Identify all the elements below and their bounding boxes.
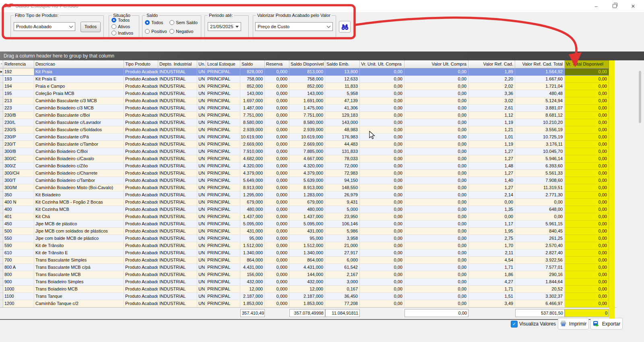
cell[interactable]: 7.885,000 xyxy=(289,148,325,155)
cell[interactable]: 400 N xyxy=(3,199,34,206)
cell[interactable]: Produto Acabado xyxy=(124,220,158,228)
cell[interactable]: Caminhão Boiadeiro c/Cavalo xyxy=(34,155,124,163)
cell[interactable]: UN xyxy=(197,271,206,278)
cell[interactable]: Caminhão Basculante c/Soldados xyxy=(34,126,124,134)
cell[interactable]: UN xyxy=(197,76,206,83)
cell[interactable]: 0,000 xyxy=(265,220,289,228)
table-row[interactable]: 300/MCaminhão Boiadeiro Misto (Boi-Caval… xyxy=(0,184,609,192)
cell[interactable]: Caminhão Boiadeiro c/Zôo xyxy=(34,163,124,170)
column-header-11[interactable]: Valor Ult. Compra xyxy=(405,60,469,68)
cell[interactable]: 1.564,92 xyxy=(515,68,565,76)
cell[interactable]: PRINCIPAL xyxy=(206,257,240,264)
cell[interactable]: PRINCIPAL xyxy=(206,228,240,235)
chevron-down-icon[interactable] xyxy=(68,23,74,30)
cell[interactable]: Coleção Praia MCB xyxy=(34,90,124,97)
cell[interactable]: UN xyxy=(197,213,206,220)
cell[interactable]: INDUSTRIAL xyxy=(158,119,197,126)
search-button[interactable] xyxy=(339,21,351,33)
cell[interactable]: Produto Acabado xyxy=(124,105,158,112)
chevron-down-icon[interactable] xyxy=(325,23,332,30)
cell[interactable]: Produto Acabado xyxy=(124,155,158,163)
cell[interactable]: 0,000 xyxy=(265,105,289,112)
cell[interactable]: 0,00 xyxy=(360,278,405,286)
column-header-13[interactable]: Valor Ref. Cad. Total xyxy=(515,60,565,68)
cell[interactable]: 800 A xyxy=(3,264,34,271)
cell[interactable]: 3,958 xyxy=(325,235,360,242)
cell[interactable]: 1,95 xyxy=(469,228,515,235)
cell[interactable]: 8.580,000 xyxy=(240,119,265,126)
table-row[interactable]: 195Coleção Praia MCBProduto AcabadoINDUS… xyxy=(0,90,609,97)
cell[interactable]: 0,00 xyxy=(405,192,469,199)
cell[interactable]: Produto Acabado xyxy=(124,300,158,307)
cell[interactable]: 0,00 xyxy=(565,90,609,97)
cell[interactable]: Produto Acabado xyxy=(124,170,158,177)
cell[interactable]: 2.669,000 xyxy=(240,141,265,148)
cell[interactable]: 0,00 xyxy=(360,112,405,119)
cell[interactable]: 72,000 xyxy=(325,163,360,170)
cell[interactable]: 3,000 xyxy=(325,278,360,286)
cell[interactable]: INDUSTRIAL xyxy=(158,228,197,235)
cell[interactable]: 0,00 xyxy=(405,278,469,286)
cell[interactable]: 0,00 xyxy=(565,68,609,76)
cell[interactable]: 0,00 xyxy=(565,228,609,235)
cell[interactable]: Caminhão Basculante c/Tambor xyxy=(34,141,124,148)
cell[interactable]: 1,51 xyxy=(469,293,515,300)
cell[interactable]: 758,000 xyxy=(240,76,265,83)
radio-situacao-inativos[interactable]: Inativos xyxy=(111,31,133,35)
cell[interactable]: Produto Acabado xyxy=(124,199,158,206)
cell[interactable]: 0,000 xyxy=(265,126,289,134)
cell[interactable]: 0,000 xyxy=(265,134,289,141)
cell[interactable]: 230/P xyxy=(3,134,34,141)
cell[interactable]: 0,00 xyxy=(565,213,609,220)
cell[interactable]: 4.320,000 xyxy=(240,163,265,170)
cell[interactable]: 300/T xyxy=(3,177,34,184)
cell[interactable]: 0,00 xyxy=(405,112,469,119)
cell[interactable]: Produto Acabado xyxy=(124,126,158,134)
cell[interactable]: 0,000 xyxy=(265,97,289,105)
cell[interactable]: 0,00 xyxy=(360,264,405,271)
cell[interactable]: 679,000 xyxy=(240,199,265,206)
cell[interactable]: PRINCIPAL xyxy=(206,68,240,76)
cell[interactable]: 5.961,15 xyxy=(515,220,565,228)
cell[interactable]: INDUSTRIAL xyxy=(158,126,197,134)
cell[interactable]: 480,000 xyxy=(240,206,265,213)
cell[interactable]: INDUSTRIAL xyxy=(158,257,197,264)
table-row[interactable]: 300/ZCaminhão Boiadeiro c/ZôoProduto Aca… xyxy=(0,163,609,170)
cell[interactable]: PRINCIPAL xyxy=(206,264,240,271)
cell[interactable]: 192 xyxy=(3,68,34,76)
cell[interactable]: PRINCIPAL xyxy=(206,278,240,286)
cell[interactable]: 0,00 xyxy=(360,249,405,257)
cell[interactable]: Produto Acabado xyxy=(124,163,158,170)
cell[interactable]: 0,00 xyxy=(360,105,405,112)
cell[interactable]: 0,00 xyxy=(565,148,609,155)
column-header-6[interactable]: Saldo xyxy=(240,60,265,68)
cell[interactable]: 213 xyxy=(3,97,34,105)
cell[interactable]: 1,86 xyxy=(469,271,515,278)
cell[interactable]: 23,950 xyxy=(325,213,360,220)
cell[interactable]: 290,16 xyxy=(515,271,565,278)
dropdown-arrow-icon[interactable] xyxy=(233,23,240,30)
cell[interactable]: 0,00 xyxy=(405,97,469,105)
cell[interactable]: 0,00 xyxy=(360,206,405,213)
cell[interactable]: 431,000 xyxy=(289,228,325,235)
cell[interactable]: 0,000 xyxy=(265,76,289,83)
cell[interactable]: 0,00 xyxy=(360,119,405,126)
cell[interactable]: INDUSTRIAL xyxy=(158,300,197,307)
cell[interactable]: 0,00 xyxy=(565,235,609,242)
cell[interactable]: 0,00 xyxy=(405,105,469,112)
cell[interactable]: INDUSTRIAL xyxy=(158,286,197,293)
cell[interactable]: UN xyxy=(197,300,206,307)
cell[interactable]: 0,000 xyxy=(265,235,289,242)
column-header-5[interactable]: Local Estoque xyxy=(206,60,240,68)
cell[interactable]: Caminhão Basculante c/Lavrador xyxy=(34,119,124,126)
cell[interactable]: 450 xyxy=(3,220,34,228)
cell[interactable]: 0,00 xyxy=(360,126,405,134)
cell[interactable]: Produto Acabado xyxy=(124,192,158,199)
cell[interactable]: 2.939,000 xyxy=(240,126,265,134)
cell[interactable]: Praia e Campo xyxy=(34,83,124,90)
cell[interactable]: INDUSTRIAL xyxy=(158,155,197,163)
cell[interactable]: PRINCIPAL xyxy=(206,90,240,97)
cell[interactable]: 0,000 xyxy=(265,177,289,184)
cell[interactable]: 7.908,60 xyxy=(515,177,565,184)
cell[interactable]: PRINCIPAL xyxy=(206,105,240,112)
